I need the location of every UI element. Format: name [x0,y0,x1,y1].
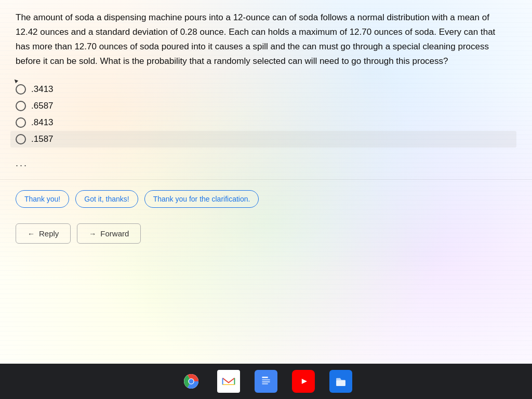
forward-icon: → [89,230,96,238]
option-item-1[interactable]: .6587 [16,98,516,114]
separator-line [0,179,532,180]
option-item-2[interactable]: .8413 [16,114,516,131]
quick-reply-btn-0[interactable]: Thank you! [16,190,69,208]
content-area: The amount of soda a dispensing machine … [0,0,532,264]
svg-point-2 [189,379,194,384]
forward-label: Forward [100,229,129,238]
radio-circle-2 [16,117,26,128]
quick-replies-container: Thank you!Got it, thanks!Thank you for t… [16,190,516,208]
reply-button[interactable]: ←Reply [16,223,71,244]
svg-rect-8 [262,383,268,384]
files-taskbar-icon[interactable] [329,370,352,393]
svg-rect-7 [262,381,270,382]
quick-reply-btn-1[interactable]: Got it, thanks! [75,190,138,208]
reply-icon: ← [28,230,35,238]
svg-rect-6 [262,379,270,380]
docs-taskbar-icon[interactable] [255,370,277,393]
option-item-3[interactable]: .1587 [10,131,516,148]
option-label-2: .8413 [31,117,54,128]
svg-rect-5 [262,377,268,378]
dots-row: ... [16,158,516,169]
reply-label: Reply [39,229,59,238]
gmail-taskbar-icon[interactable] [217,370,240,393]
radio-circle-3 [16,134,26,144]
taskbar [0,364,532,399]
option-label-3: .1587 [31,134,54,144]
options-list: .3413.6587.8413.1587 [16,81,516,148]
youtube-taskbar-icon[interactable] [292,370,315,393]
chrome-taskbar-icon[interactable] [180,370,203,393]
forward-button[interactable]: →Forward [77,223,141,244]
option-item-0[interactable]: .3413 [16,81,516,98]
question-text: The amount of soda a dispensing machine … [16,10,504,69]
main-content: The amount of soda a dispensing machine … [0,0,532,364]
action-buttons-container: ←Reply→Forward [16,223,516,244]
svg-rect-12 [336,380,345,385]
option-label-0: .3413 [31,84,54,95]
radio-circle-0 [16,84,26,95]
quick-reply-btn-2[interactable]: Thank you for the clarification. [144,190,259,208]
radio-circle-1 [16,101,26,111]
option-label-1: .6587 [31,101,54,111]
